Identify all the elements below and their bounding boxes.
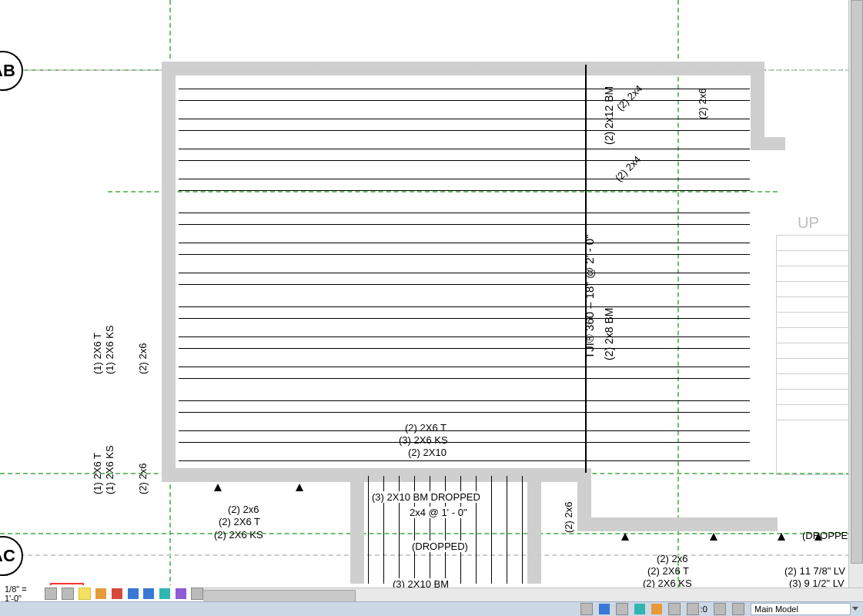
scrollbar-thumb[interactable] <box>200 590 356 602</box>
stair-tread <box>776 266 850 266</box>
joist <box>179 348 750 349</box>
arrow-icon <box>778 533 785 541</box>
stair-tread <box>776 404 850 405</box>
status-bar: :0 Main Model <box>0 601 863 616</box>
joist <box>179 119 750 119</box>
joist <box>179 273 750 273</box>
joist <box>179 100 750 101</box>
grid-bubble-ac[interactable]: AC <box>0 536 23 576</box>
arrow-icon <box>214 484 222 491</box>
tag-label: (2) 11 7/8" LV <box>784 565 845 577</box>
crop-region-visible-icon[interactable] <box>143 587 155 601</box>
grid-dashed <box>0 533 851 534</box>
chevron-down-icon <box>852 607 860 611</box>
design-option-dropdown[interactable]: Main Model <box>748 602 863 616</box>
tag-label: (1) 2X6 T <box>92 333 103 374</box>
joist <box>179 213 750 213</box>
joist-label: TJI® 360 – 18" @ 2' - 0" <box>583 234 596 359</box>
grid-bubble-label: AB <box>0 61 15 81</box>
wall <box>162 62 762 75</box>
wall <box>577 468 591 530</box>
stair-outline <box>776 235 851 475</box>
shadows-icon[interactable] <box>95 587 107 601</box>
bay-joist <box>368 476 369 584</box>
view-scale[interactable]: 1/8" = 1'-0" <box>3 584 40 603</box>
stair-tread <box>776 250 850 251</box>
sun-path-icon[interactable] <box>79 587 91 601</box>
arrow-icon <box>814 533 822 541</box>
joist <box>179 306 750 307</box>
joist <box>179 190 750 191</box>
tag-label: (2) 2x6 <box>137 464 149 494</box>
tag-label: (2) 2x6 <box>228 504 259 515</box>
wall <box>162 468 354 482</box>
arrow-icon <box>296 484 303 491</box>
tag-label: (3) 2X6 KS <box>399 434 448 446</box>
tag-label: (1) 2X6 KS <box>104 445 115 494</box>
temp-hide-icon[interactable] <box>159 587 171 601</box>
design-options-button[interactable] <box>729 602 748 616</box>
bay-joist <box>491 476 492 584</box>
arrow-icon <box>710 533 717 541</box>
stair-tread <box>776 358 850 359</box>
joist <box>179 224 750 225</box>
grid-bubble-ab[interactable]: AB <box>0 51 23 91</box>
beam-label: (2) 2x12 BM <box>603 86 615 145</box>
bay-label: (DROPPED) <box>412 541 468 552</box>
stair-tread <box>776 373 850 374</box>
select-by-face-icon[interactable] <box>648 602 665 616</box>
joist <box>179 430 750 431</box>
joist <box>179 89 750 89</box>
crop-view-icon[interactable] <box>127 587 139 601</box>
select-links-icon[interactable] <box>596 602 613 616</box>
stair-tread <box>776 296 850 297</box>
stair-tread <box>776 327 850 328</box>
drag-elements-icon[interactable] <box>665 602 684 616</box>
graphic-display-options-icon[interactable] <box>45 587 57 601</box>
wall <box>527 468 541 584</box>
wall <box>350 468 364 584</box>
plate-label: (2) 2x6 <box>697 89 708 119</box>
tag-label: (1) 2X6 KS <box>104 325 115 374</box>
select-underlay-icon[interactable] <box>613 602 631 616</box>
grid-bubble-label: AC <box>0 546 15 566</box>
reveal-constraints-icon[interactable] <box>175 587 186 601</box>
beam-label: (2) 2x8 BM <box>603 308 615 360</box>
joist <box>179 284 750 285</box>
tag-label: (2) 2X6 T <box>219 516 260 527</box>
tag-label: (2) 2X6 T <box>405 422 447 434</box>
joist <box>179 336 750 337</box>
joist <box>179 318 750 319</box>
joist <box>179 179 750 179</box>
tag-label: (2) 2x6 <box>657 553 687 564</box>
workset-button[interactable] <box>711 602 729 616</box>
select-pinned-icon[interactable] <box>631 602 648 616</box>
bay-label: (3) 2X10 BM DROPPED <box>372 491 480 503</box>
grid-dashed-v <box>677 0 679 597</box>
joist <box>179 460 750 461</box>
reveal-hidden-icon[interactable] <box>191 587 203 601</box>
stair-tread <box>776 389 850 390</box>
tag-label: (2) 2X6 KS <box>214 529 263 541</box>
tag-label: (2) 2x6 <box>137 343 149 374</box>
scrollbar-thumb[interactable] <box>851 0 863 564</box>
stair-tread <box>776 420 850 420</box>
grid-line-ab <box>20 69 850 71</box>
wall <box>162 62 176 477</box>
joist <box>179 149 750 149</box>
thin-lines-icon[interactable] <box>62 587 74 601</box>
drawing-canvas[interactable]: AB AC TJI® 360 – 18" @ 2' - 0" (2) 2x12 … <box>0 0 863 597</box>
bay-joist <box>507 476 507 584</box>
vertical-scrollbar[interactable] <box>848 0 863 588</box>
joist <box>179 378 750 379</box>
design-option-name: Main Model <box>754 604 798 614</box>
joist <box>179 442 750 443</box>
plate-label: (2) 2x4 <box>614 82 644 112</box>
editable-only-icon[interactable] <box>577 602 596 616</box>
view-control-bar: 1/8" = 1'-0" <box>0 585 203 602</box>
joist <box>179 412 750 413</box>
filter-button[interactable]: :0 <box>684 602 711 616</box>
joist <box>179 130 750 131</box>
filter-icon <box>687 603 699 615</box>
rendering-icon[interactable] <box>112 587 123 601</box>
